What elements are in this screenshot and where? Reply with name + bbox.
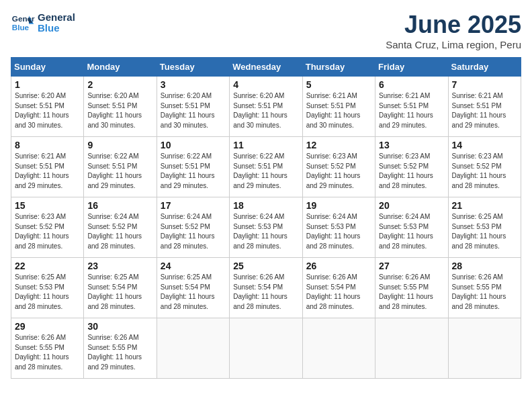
month-title: June 2025 [386,11,521,39]
calendar-cell: 17Sunrise: 6:24 AM Sunset: 5:52 PM Dayli… [157,197,229,258]
calendar-cell: 12Sunrise: 6:23 AM Sunset: 5:52 PM Dayli… [302,137,375,197]
calendar-cell: 29Sunrise: 6:26 AM Sunset: 5:55 PM Dayli… [11,318,84,379]
day-number: 22 [15,261,80,271]
calendar-cell [375,318,448,379]
calendar-cell: 23Sunrise: 6:25 AM Sunset: 5:54 PM Dayli… [84,258,157,318]
calendar-cell: 28Sunrise: 6:26 AM Sunset: 5:55 PM Dayli… [448,258,521,318]
day-number: 11 [233,140,298,150]
day-number: 20 [379,200,444,211]
calendar-cell: 18Sunrise: 6:24 AM Sunset: 5:53 PM Dayli… [230,197,302,258]
calendar-cell: 9Sunrise: 6:22 AM Sunset: 5:51 PM Daylig… [84,137,157,197]
day-info: Sunrise: 6:26 AM Sunset: 5:55 PM Dayligh… [379,273,444,312]
day-info: Sunrise: 6:20 AM Sunset: 5:51 PM Dayligh… [161,91,226,130]
day-info: Sunrise: 6:26 AM Sunset: 5:54 PM Dayligh… [306,273,371,312]
day-number: 30 [87,321,152,332]
calendar-cell: 7Sunrise: 6:21 AM Sunset: 5:51 PM Daylig… [448,77,521,137]
day-number: 4 [233,79,298,90]
calendar-cell: 10Sunrise: 6:22 AM Sunset: 5:51 PM Dayli… [157,137,229,197]
calendar-cell: 24Sunrise: 6:25 AM Sunset: 5:54 PM Dayli… [157,258,229,318]
title-area: June 2025 Santa Cruz, Lima region, Peru [386,11,521,50]
day-number: 8 [15,140,80,150]
day-info: Sunrise: 6:21 AM Sunset: 5:51 PM Dayligh… [379,91,444,130]
svg-text:Blue: Blue [12,23,30,32]
day-info: Sunrise: 6:22 AM Sunset: 5:51 PM Dayligh… [233,152,298,191]
calendar-cell: 14Sunrise: 6:23 AM Sunset: 5:52 PM Dayli… [448,137,521,197]
day-info: Sunrise: 6:23 AM Sunset: 5:52 PM Dayligh… [15,212,80,251]
calendar-cell: 30Sunrise: 6:26 AM Sunset: 5:55 PM Dayli… [84,318,157,379]
calendar-cell: 4Sunrise: 6:20 AM Sunset: 5:51 PM Daylig… [230,77,302,137]
calendar-week-row-4: 22Sunrise: 6:25 AM Sunset: 5:53 PM Dayli… [11,258,521,318]
day-info: Sunrise: 6:24 AM Sunset: 5:53 PM Dayligh… [306,212,371,251]
calendar-cell: 25Sunrise: 6:26 AM Sunset: 5:54 PM Dayli… [230,258,302,318]
day-info: Sunrise: 6:24 AM Sunset: 5:53 PM Dayligh… [233,212,298,251]
day-number: 25 [233,261,298,271]
day-info: Sunrise: 6:23 AM Sunset: 5:52 PM Dayligh… [379,152,444,191]
col-sunday: Sunday [11,58,84,77]
day-info: Sunrise: 6:26 AM Sunset: 5:55 PM Dayligh… [15,333,80,372]
calendar-cell: 26Sunrise: 6:26 AM Sunset: 5:54 PM Dayli… [302,258,375,318]
day-number: 2 [87,79,152,90]
page-header: General Blue General Blue June 2025 Sant… [11,11,521,50]
day-info: Sunrise: 6:23 AM Sunset: 5:52 PM Dayligh… [306,152,371,191]
logo: General Blue General Blue [11,11,75,35]
calendar-cell: 21Sunrise: 6:25 AM Sunset: 5:53 PM Dayli… [448,197,521,258]
col-wednesday: Wednesday [230,58,302,77]
calendar-week-row-1: 1Sunrise: 6:20 AM Sunset: 5:51 PM Daylig… [11,77,521,137]
col-friday: Friday [375,58,448,77]
calendar-week-row-5: 29Sunrise: 6:26 AM Sunset: 5:55 PM Dayli… [11,318,521,379]
calendar-week-row-3: 15Sunrise: 6:23 AM Sunset: 5:52 PM Dayli… [11,197,521,258]
calendar-cell: 8Sunrise: 6:21 AM Sunset: 5:51 PM Daylig… [11,137,84,197]
day-number: 17 [161,200,226,211]
day-number: 18 [233,200,298,211]
day-number: 24 [161,261,226,271]
day-number: 9 [87,140,152,150]
day-info: Sunrise: 6:26 AM Sunset: 5:55 PM Dayligh… [87,333,152,372]
col-tuesday: Tuesday [157,58,229,77]
col-monday: Monday [84,58,157,77]
day-number: 23 [87,261,152,271]
day-number: 13 [379,140,444,150]
calendar-week-row-2: 8Sunrise: 6:21 AM Sunset: 5:51 PM Daylig… [11,137,521,197]
logo-general-text: General [38,12,75,24]
day-info: Sunrise: 6:26 AM Sunset: 5:54 PM Dayligh… [233,273,298,312]
col-saturday: Saturday [448,58,521,77]
day-number: 12 [306,140,371,150]
day-number: 7 [452,79,517,90]
day-info: Sunrise: 6:22 AM Sunset: 5:51 PM Dayligh… [87,152,152,191]
day-info: Sunrise: 6:24 AM Sunset: 5:52 PM Dayligh… [161,212,226,251]
calendar-cell: 27Sunrise: 6:26 AM Sunset: 5:55 PM Dayli… [375,258,448,318]
day-number: 15 [15,200,80,211]
logo-blue-text: Blue [38,23,75,34]
day-info: Sunrise: 6:20 AM Sunset: 5:51 PM Dayligh… [87,91,152,130]
day-info: Sunrise: 6:21 AM Sunset: 5:51 PM Dayligh… [15,152,80,191]
day-info: Sunrise: 6:24 AM Sunset: 5:53 PM Dayligh… [379,212,444,251]
logo-icon: General Blue [11,11,35,35]
day-info: Sunrise: 6:21 AM Sunset: 5:51 PM Dayligh… [306,91,371,130]
location-subtitle: Santa Cruz, Lima region, Peru [386,39,521,50]
calendar-cell [448,318,521,379]
day-number: 1 [15,79,80,90]
calendar-cell: 15Sunrise: 6:23 AM Sunset: 5:52 PM Dayli… [11,197,84,258]
calendar-cell: 2Sunrise: 6:20 AM Sunset: 5:51 PM Daylig… [84,77,157,137]
day-number: 29 [15,321,80,332]
day-number: 5 [306,79,371,90]
calendar-cell: 6Sunrise: 6:21 AM Sunset: 5:51 PM Daylig… [375,77,448,137]
day-info: Sunrise: 6:20 AM Sunset: 5:51 PM Dayligh… [233,91,298,130]
day-number: 19 [306,200,371,211]
calendar-cell [157,318,229,379]
calendar-cell: 19Sunrise: 6:24 AM Sunset: 5:53 PM Dayli… [302,197,375,258]
day-number: 3 [161,79,226,90]
calendar-cell: 5Sunrise: 6:21 AM Sunset: 5:51 PM Daylig… [302,77,375,137]
calendar-cell: 13Sunrise: 6:23 AM Sunset: 5:52 PM Dayli… [375,137,448,197]
day-number: 16 [87,200,152,211]
day-info: Sunrise: 6:25 AM Sunset: 5:54 PM Dayligh… [87,273,152,312]
day-number: 28 [452,261,517,271]
calendar-header-row: Sunday Monday Tuesday Wednesday Thursday… [11,58,521,77]
calendar-table: Sunday Monday Tuesday Wednesday Thursday… [11,57,521,379]
day-info: Sunrise: 6:25 AM Sunset: 5:53 PM Dayligh… [15,273,80,312]
day-info: Sunrise: 6:25 AM Sunset: 5:53 PM Dayligh… [452,212,517,251]
day-info: Sunrise: 6:21 AM Sunset: 5:51 PM Dayligh… [452,91,517,130]
calendar-cell: 1Sunrise: 6:20 AM Sunset: 5:51 PM Daylig… [11,77,84,137]
day-number: 27 [379,261,444,271]
day-info: Sunrise: 6:23 AM Sunset: 5:52 PM Dayligh… [452,152,517,191]
